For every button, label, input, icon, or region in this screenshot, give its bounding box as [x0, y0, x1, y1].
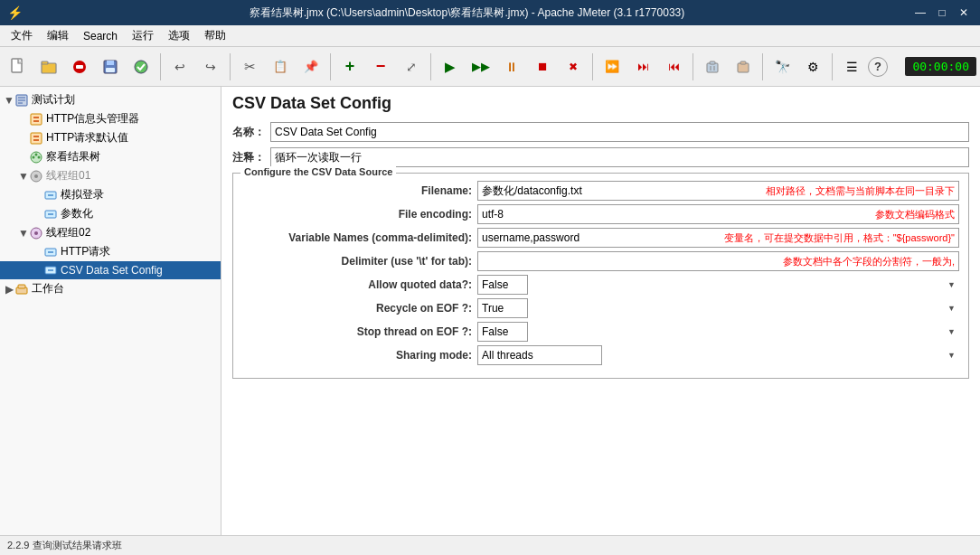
comment-input[interactable]	[270, 147, 969, 167]
tree-label-param: 参数化	[61, 206, 93, 221]
tree-item-http-default[interactable]: HTTP请求默认值	[0, 128, 221, 147]
name-input[interactable]	[270, 122, 969, 142]
name-row: 名称：	[232, 122, 969, 142]
toolbar-stop-red-btn[interactable]	[65, 51, 94, 83]
tree-label-http-header: HTTP信息头管理器	[46, 111, 139, 127]
menu-search[interactable]: Search	[76, 25, 125, 46]
svg-rect-7	[106, 68, 115, 72]
icon-workbench	[14, 282, 29, 296]
maximize-button[interactable]: □	[933, 4, 951, 22]
csv-group-box: Configure the CSV Data Source Filename: …	[232, 173, 969, 379]
delimiter-label: Delimiter (use '\t' for tab):	[242, 255, 477, 268]
toolbar-separator-6	[693, 53, 693, 80]
expander-result-tree	[18, 151, 29, 164]
toolbar-binoculars-btn[interactable]: 🔭	[768, 51, 796, 83]
toolbar-add-btn[interactable]: +	[335, 51, 364, 83]
toolbar-copy-btn[interactable]: 📋	[266, 51, 295, 83]
tree-item-http-header[interactable]: HTTP信息头管理器	[0, 109, 221, 128]
toolbar-remove-btn[interactable]: −	[366, 51, 395, 83]
svg-rect-1	[42, 63, 56, 73]
close-button[interactable]: ✕	[955, 4, 973, 22]
tree-item-thread-group2[interactable]: ▼ 线程组02	[0, 223, 221, 242]
sharing-mode-select[interactable]: All threads Current thread group Current…	[477, 345, 602, 365]
icon-result-tree	[29, 150, 43, 165]
menu-options[interactable]: 选项	[161, 25, 197, 46]
comment-row: 注释：	[232, 147, 969, 167]
icon-login	[43, 188, 58, 202]
menu-run[interactable]: 运行	[125, 25, 161, 46]
toolbar-help-btn[interactable]: ?	[868, 57, 888, 77]
minimize-button[interactable]: —	[911, 4, 929, 22]
allow-quoted-wrapper: False True	[477, 275, 959, 295]
toolbar-stop-btn[interactable]: ⏹	[528, 51, 557, 83]
tree-label-http-req: HTTP请求	[61, 244, 110, 259]
toolbar-list-btn[interactable]: ☰	[837, 51, 866, 83]
encoding-label: File encoding:	[242, 208, 477, 221]
toolbar-clear1-btn[interactable]	[698, 51, 727, 83]
menu-file[interactable]: 文件	[4, 25, 40, 46]
svg-rect-10	[710, 61, 715, 64]
tree-label-thread-group2: 线程组02	[46, 225, 90, 240]
toolbar-redo-btn[interactable]: ↪	[196, 51, 225, 83]
tree-item-result-tree[interactable]: 察看结果树	[0, 147, 221, 166]
varnames-input[interactable]	[482, 231, 717, 244]
toolbar-expand-btn[interactable]: ⤢	[397, 51, 426, 83]
icon-csv-config	[43, 263, 58, 278]
main-area: ▼ 测试计划 HTTP信息头管理器 HTTP请求默认值	[0, 87, 980, 535]
toolbar-stop-x-btn[interactable]: ✖	[559, 51, 588, 83]
menu-edit[interactable]: 编辑	[40, 25, 76, 46]
sharing-mode-label: Sharing mode:	[242, 349, 477, 362]
toolbar-play-go-btn[interactable]: ▶▶	[466, 51, 495, 83]
toolbar-func-btn[interactable]: ⚙	[798, 51, 827, 83]
toolbar-separator-7	[762, 53, 763, 80]
stop-eof-select[interactable]: False True	[477, 322, 528, 342]
toolbar-checkmark-btn[interactable]	[127, 51, 155, 83]
filename-hint: 相对路径，文档需与当前脚本在同一目录下	[766, 184, 955, 198]
toolbar-undo-btn[interactable]: ↩	[165, 51, 194, 83]
icon-http-default	[29, 131, 43, 146]
toolbar-pause-btn[interactable]: ⏸	[497, 51, 526, 83]
menu-help[interactable]: 帮助	[197, 25, 233, 46]
filename-row: Filename: 相对路径，文档需与当前脚本在同一目录下	[242, 181, 959, 201]
tree-item-http-req[interactable]: HTTP请求	[0, 242, 221, 261]
toolbar-remote2-btn[interactable]: ⏭	[628, 51, 657, 83]
group-box-title: Configure the CSV Data Source	[240, 166, 396, 177]
toolbar-save-btn[interactable]	[96, 51, 125, 83]
toolbar-remote1-btn[interactable]: ⏩	[598, 51, 627, 83]
left-panel: ▼ 测试计划 HTTP信息头管理器 HTTP请求默认值	[0, 87, 221, 535]
recycle-eof-select[interactable]: True False	[477, 298, 528, 318]
delimiter-value-container: 参数文档中各个字段的分割符，一般为,	[477, 251, 959, 271]
svg-rect-6	[107, 61, 114, 65]
toolbar-new-btn[interactable]	[4, 51, 33, 83]
right-panel: CSV Data Set Config 名称： 注释： Configure th…	[221, 87, 980, 535]
toolbar-remote3-btn[interactable]: ⏮	[659, 51, 688, 83]
delimiter-input[interactable]	[482, 255, 776, 268]
svg-point-8	[135, 61, 147, 73]
title-bar: ⚡ 察看结果树.jmx (C:\Users\admin\Desktop\察看结果…	[0, 0, 980, 25]
svg-point-36	[34, 231, 38, 235]
encoding-value-container: 参数文档编码格式	[477, 204, 959, 224]
encoding-input[interactable]	[482, 208, 868, 221]
tree-item-param[interactable]: 参数化	[0, 204, 221, 223]
varnames-row: Variable Names (comma-delimited): 变量名，可在…	[242, 228, 959, 248]
toolbar-open-btn[interactable]	[34, 51, 63, 83]
tree-item-plan[interactable]: ▼ 测试计划	[0, 90, 221, 109]
tree-label-csv-config: CSV Data Set Config	[61, 264, 163, 277]
toolbar-timer: 00:00:00	[905, 57, 976, 76]
tree-item-workbench[interactable]: ▶ 工作台	[0, 279, 221, 298]
toolbar-paste-btn[interactable]: 📌	[297, 51, 325, 83]
status-bar: 2.2.9 查询测试结果请求班	[0, 535, 980, 555]
tree-item-csv-config[interactable]: CSV Data Set Config	[0, 261, 221, 279]
allow-quoted-select[interactable]: False True	[477, 275, 528, 295]
svg-point-27	[38, 155, 41, 158]
encoding-row: File encoding: 参数文档编码格式	[242, 204, 959, 224]
tree-item-login[interactable]: 模拟登录	[0, 185, 221, 204]
toolbar-play-btn[interactable]: ▶	[436, 51, 465, 83]
toolbar-cut-btn[interactable]: ✂	[235, 51, 264, 83]
expander-http-header	[18, 113, 29, 126]
tree-item-thread-group1[interactable]: ▼ 线程组01	[0, 166, 221, 185]
filename-input[interactable]	[482, 184, 759, 197]
toolbar-clear2-btn[interactable]	[729, 51, 758, 83]
tree-label-http-default: HTTP请求默认值	[46, 130, 128, 146]
recycle-eof-wrapper: True False	[477, 298, 959, 318]
